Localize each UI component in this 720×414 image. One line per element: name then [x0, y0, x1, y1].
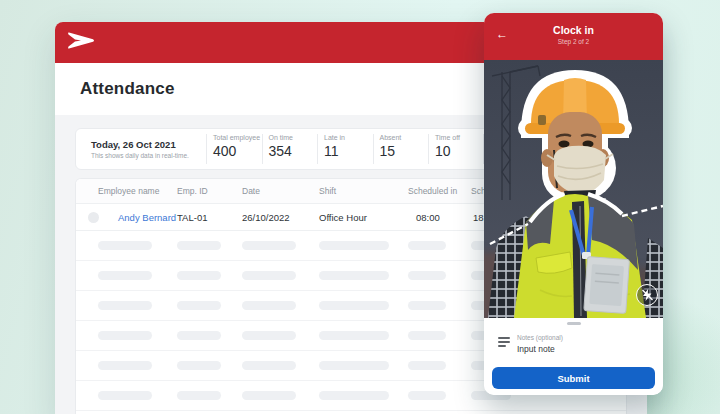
- col-shift: Shift: [319, 186, 408, 196]
- sheet-drag-handle[interactable]: [567, 322, 581, 325]
- stats-date-title: Today, 26 Oct 2021: [91, 139, 206, 150]
- worker-selfie-photo: [484, 60, 663, 318]
- clock-in-phone-screen: ← Clock in Step 2 of 2: [484, 13, 663, 395]
- stat-on-time: On time 354: [262, 134, 318, 164]
- clock-in-step: Step 2 of 2: [484, 38, 663, 45]
- employee-avatar: [88, 212, 99, 223]
- cell-emp-id: TAL-01: [177, 212, 242, 223]
- clock-in-header: ← Clock in Step 2 of 2: [484, 13, 663, 60]
- page-title: Attendance: [80, 79, 175, 99]
- brand-arrow-logo-icon: [68, 31, 95, 54]
- cell-date: 26/10/2022: [242, 212, 319, 223]
- cell-shift: Office Hour: [319, 212, 408, 223]
- col-date: Date: [242, 186, 319, 196]
- notes-input-placeholder[interactable]: Input note: [517, 344, 563, 354]
- submit-button[interactable]: Submit: [492, 367, 655, 389]
- marketing-composite: Attendance Today, 26 Oct 2021 This shows…: [0, 0, 720, 414]
- stats-date-subtitle: This shows daily data in real-time.: [91, 152, 206, 159]
- notes-field[interactable]: Notes (optional) Input note: [498, 334, 563, 354]
- clock-in-title: Clock in: [484, 24, 663, 36]
- notes-label: Notes (optional): [517, 334, 563, 341]
- notes-icon: [498, 337, 511, 354]
- col-employee-name: Employee name: [98, 186, 177, 196]
- back-arrow-icon[interactable]: ←: [496, 28, 508, 40]
- clock-in-bottom-sheet: Notes (optional) Input note Submit: [484, 318, 663, 395]
- employee-name-link[interactable]: Andy Bernard: [118, 212, 176, 223]
- flash-icon[interactable]: [636, 284, 658, 306]
- stat-late-in: Late in 11: [317, 134, 373, 164]
- stats-date-block: Today, 26 Oct 2021 This shows daily data…: [76, 139, 206, 159]
- col-emp-id: Emp. ID: [177, 186, 242, 196]
- col-scheduled-in: Scheduled in: [408, 186, 471, 196]
- cell-scheduled-in: 08:00: [408, 212, 471, 223]
- stat-total-employee: Total employee 400: [206, 134, 262, 164]
- stat-time-off: Time off 10: [428, 134, 484, 164]
- stat-absent: Absent 15: [373, 134, 429, 164]
